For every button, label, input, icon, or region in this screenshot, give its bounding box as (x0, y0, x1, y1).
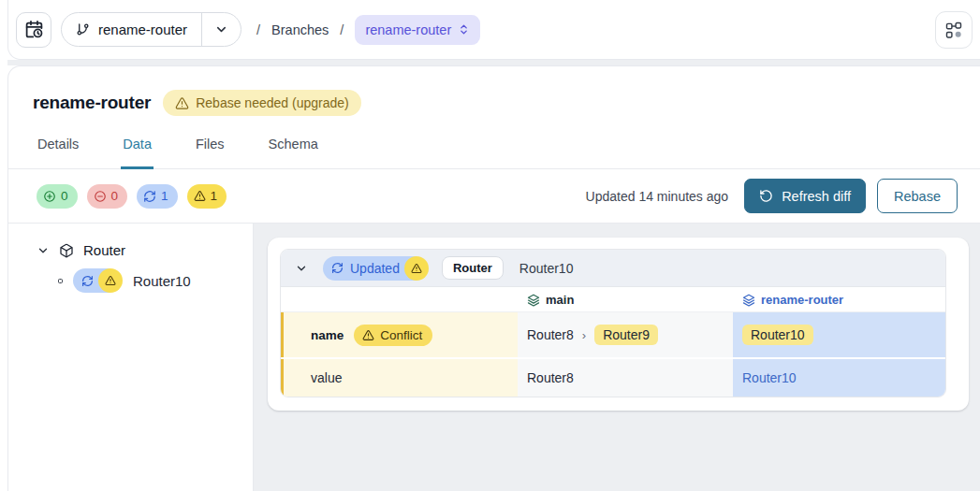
breadcrumb-branches[interactable]: Branches (271, 22, 329, 37)
tree-node-router[interactable]: Router (37, 242, 253, 258)
tree-child-label: Router10 (133, 273, 191, 289)
field-label: value (311, 370, 342, 385)
rebase-needed-badge: Rebase needed (upgrade) (163, 90, 360, 116)
old-value: Router8 (527, 327, 574, 342)
stat-updated-count: 1 (161, 189, 168, 203)
type-badge: Router (442, 256, 504, 280)
schema-graph-button[interactable] (935, 11, 973, 49)
conflict-badge-circle (404, 256, 429, 281)
breadcrumb: / Branches / rename-router (256, 15, 480, 45)
compare-value-cell: Router10 (733, 359, 945, 397)
tab-data[interactable]: Data (121, 137, 154, 169)
minus-circle-icon (94, 190, 107, 203)
breadcrumb-current-label: rename-router (365, 22, 451, 37)
compare-branch-column-header: rename-router (733, 287, 945, 311)
refresh-diff-button[interactable]: Refresh diff (744, 179, 866, 213)
rebase-button[interactable]: Rebase (877, 179, 958, 213)
diff-table: Updated Router Router10 (280, 249, 946, 397)
bullet-icon (58, 279, 63, 283)
warning-icon (362, 329, 374, 341)
tab-bar: Details Data Files Schema (8, 137, 980, 169)
chevron-down-icon (295, 262, 308, 275)
tab-details[interactable]: Details (36, 137, 80, 169)
base-branch-column-header: main (518, 287, 733, 311)
diff-row-value: value Router8 Router10 (281, 357, 945, 397)
rebase-needed-label: Rebase needed (upgrade) (196, 95, 348, 110)
tree-node-router10[interactable]: Router10 (58, 268, 253, 293)
calendar-clock-icon (24, 20, 44, 39)
warning-icon (105, 275, 116, 286)
branch-selector[interactable]: rename-router (61, 12, 241, 47)
diff-table-header: Updated Router Router10 (281, 250, 945, 287)
warning-icon (411, 263, 422, 274)
conflict-badge-label: Conflict (380, 328, 422, 342)
warning-icon (194, 190, 206, 202)
stat-removed: 0 (87, 184, 128, 209)
box-icon (59, 243, 74, 258)
sync-icon (81, 275, 94, 287)
collapse-toggle[interactable] (293, 260, 310, 277)
new-value-highlight: Router9 (594, 325, 658, 345)
stat-updated: 1 (137, 184, 178, 209)
diff-toolbar: 0 0 1 1 Updated 14 minutes ago (8, 169, 980, 224)
graph-nodes-icon (944, 21, 963, 39)
diff-column-headers: main rename-router (281, 287, 945, 312)
branch-selector-label: rename-router (62, 22, 201, 37)
plus-circle-icon (43, 190, 56, 203)
chevron-down-icon (37, 244, 50, 257)
breadcrumb-separator: / (256, 22, 260, 37)
tree-root-label: Router (83, 242, 125, 258)
base-branch-name: main (546, 293, 574, 307)
stat-added: 0 (37, 184, 78, 209)
compare-value: Router10 (742, 370, 797, 385)
updated-conflict-badge (73, 268, 123, 293)
conflict-badge: Conflict (354, 325, 432, 346)
compare-value-cell: Router10 (733, 312, 945, 357)
arrow-right-icon: › (582, 328, 586, 342)
diff-stats: 0 0 1 1 (37, 184, 227, 209)
tab-schema[interactable]: Schema (267, 137, 320, 169)
content-panel: rename-router Rebase needed (upgrade) De… (7, 65, 980, 491)
diff-main-area: Updated Router Router10 (254, 224, 980, 491)
breadcrumb-current-selector[interactable]: rename-router (355, 15, 480, 45)
field-cell: value (281, 359, 518, 397)
warning-icon (175, 96, 189, 110)
page-header: rename-router Rebase needed (upgrade) (8, 66, 980, 116)
base-value: Router8 (527, 370, 574, 385)
field-cell: name Conflict (281, 312, 518, 357)
tab-files[interactable]: Files (194, 137, 227, 169)
breadcrumb-separator: / (340, 22, 344, 37)
updated-conflict-badge: Updated (323, 256, 429, 281)
diff-row-name: name Conflict Router8 › Router9 (281, 312, 945, 357)
updated-badge-label: Updated (350, 261, 400, 276)
stat-removed-count: 0 (111, 189, 119, 203)
page-title: rename-router (33, 93, 151, 113)
stat-conflicts: 1 (187, 184, 227, 209)
diff-card: Updated Router Router10 (268, 238, 969, 411)
field-column-header (281, 287, 518, 311)
diff-sidebar: Router Router10 (8, 224, 254, 491)
layers-icon (527, 294, 540, 307)
stat-added-count: 0 (61, 189, 68, 203)
chevrons-up-down-icon (458, 23, 470, 36)
sync-icon (331, 262, 344, 274)
updated-badge-segment: Updated (323, 256, 417, 281)
stat-conflicts-count: 1 (211, 189, 218, 203)
chevron-down-icon (202, 22, 241, 36)
branch-name: rename-router (98, 22, 187, 37)
base-value-cell: Router8 (518, 359, 733, 397)
updated-timestamp: Updated 14 minutes ago (586, 189, 729, 204)
top-navbar: rename-router / Branches / rename-router (7, 0, 980, 60)
refresh-diff-label: Refresh diff (782, 189, 851, 204)
home-logo-button[interactable] (16, 12, 51, 48)
field-label: name (311, 328, 344, 342)
toolbar-actions: Updated 14 minutes ago Refresh diff Reba… (586, 179, 958, 213)
diff-body: Router Router10 (8, 224, 980, 491)
compare-branch-name: rename-router (761, 293, 843, 307)
compare-value-highlight: Router10 (742, 325, 813, 345)
layers-icon (742, 294, 755, 307)
conflict-badge-circle (98, 268, 123, 293)
sync-icon (143, 190, 156, 203)
diff-item-name: Router10 (519, 261, 574, 276)
git-branch-icon (76, 22, 90, 36)
